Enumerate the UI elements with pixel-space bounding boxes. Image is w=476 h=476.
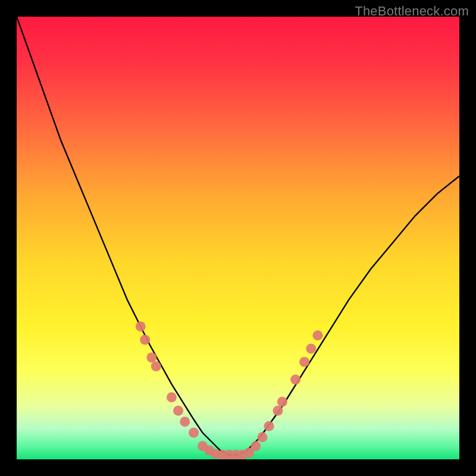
data-marker [151,361,161,371]
data-marker [273,406,283,416]
gradient-background [17,17,459,459]
data-marker [264,421,274,431]
data-marker [306,344,316,354]
data-marker [312,330,322,340]
data-marker [140,335,150,345]
data-marker [257,432,267,442]
watermark-text: TheBottleneck.com [355,4,469,19]
data-marker [136,321,146,331]
data-marker [189,428,199,438]
chart-svg [17,17,459,459]
bottleneck-chart [17,17,459,459]
data-marker [277,397,287,407]
data-marker [180,416,190,427]
data-marker [167,392,177,402]
data-marker [173,406,183,416]
data-marker [299,357,309,367]
data-marker [146,352,156,362]
data-marker [290,375,300,385]
data-marker [250,441,261,451]
